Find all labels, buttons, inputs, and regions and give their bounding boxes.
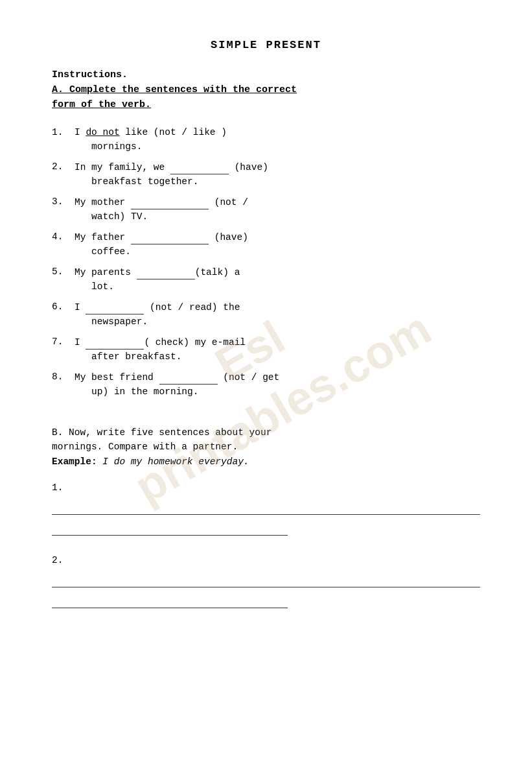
- item-content-8: My best friend (not / get up) in the mor…: [75, 370, 480, 399]
- section-b: B. Now, write five sentences about your …: [52, 425, 480, 609]
- item-number-6: 6.: [52, 300, 75, 329]
- item-number-4: 4.: [52, 230, 75, 259]
- item-content-7: I ( check) my e-mail after breakfast.: [75, 335, 480, 364]
- example-sentence: I do my homework everyday.: [102, 456, 249, 467]
- exercise-item-3: 3. My mother (not / watch) TV.: [52, 195, 480, 224]
- section-b-text: B. Now, write five sentences about your …: [52, 425, 480, 455]
- writing-line-2b: [52, 593, 288, 608]
- section-a-heading: A. Complete the sentences with the corre…: [52, 83, 480, 112]
- item-number-5: 5.: [52, 265, 75, 294]
- item-number-1: 1.: [52, 125, 75, 154]
- item-content-4: My father (have) coffee.: [75, 230, 480, 259]
- blank-4: [131, 230, 209, 244]
- blank-6: [86, 300, 144, 314]
- section-a-text: A. Complete the sentences with the corre…: [52, 84, 297, 110]
- underline-do-not: do not: [86, 127, 119, 137]
- item-content-5: My parents (talk) a lot.: [75, 265, 480, 294]
- item-number-7: 7.: [52, 335, 75, 364]
- writing-line-2a: [52, 572, 480, 587]
- exercise-item-4: 4. My father (have) coffee.: [52, 230, 480, 259]
- example-label: Example:: [52, 456, 102, 467]
- instructions-label: Instructions.: [52, 69, 480, 80]
- exercise-item-5: 5. My parents (talk) a lot.: [52, 265, 480, 294]
- blank-7: [86, 335, 144, 349]
- item-content-2: In my family, we (have) breakfast togeth…: [75, 160, 480, 189]
- item-number-2: 2.: [52, 160, 75, 189]
- exercise-item-2: 2. In my family, we (have) breakfast tog…: [52, 160, 480, 189]
- item-number-3: 3.: [52, 195, 75, 224]
- writing-item-1: 1.: [52, 482, 480, 536]
- exercise-list: 1. I do not like (not / like ) mornings.…: [52, 125, 480, 399]
- writing-line-1b: [52, 520, 288, 536]
- exercise-item-7: 7. I ( check) my e-mail after breakfast.: [52, 335, 480, 364]
- page-title: SIMPLE PRESENT: [52, 39, 480, 51]
- writing-number-1: 1.: [52, 482, 480, 493]
- example-text: Example: I do my homework everyday.: [52, 456, 480, 467]
- worksheet-page: Eslprintables.com SIMPLE PRESENT Instruc…: [0, 0, 532, 758]
- item-content-3: My mother (not / watch) TV.: [75, 195, 480, 224]
- item-content-6: I (not / read) the newspaper.: [75, 300, 480, 329]
- writing-line-1a: [52, 499, 480, 515]
- blank-5: [137, 265, 195, 279]
- item-number-8: 8.: [52, 370, 75, 399]
- item-content-1: I do not like (not / like ) mornings.: [75, 125, 480, 154]
- exercise-item-1: 1. I do not like (not / like ) mornings.: [52, 125, 480, 154]
- exercise-item-8: 8. My best friend (not / get up) in the …: [52, 370, 480, 399]
- writing-item-2: 2.: [52, 555, 480, 608]
- blank-8: [159, 370, 218, 385]
- writing-number-2: 2.: [52, 555, 480, 565]
- blank-3: [131, 195, 209, 209]
- blank-2: [170, 160, 229, 174]
- exercise-item-6: 6. I (not / read) the newspaper.: [52, 300, 480, 329]
